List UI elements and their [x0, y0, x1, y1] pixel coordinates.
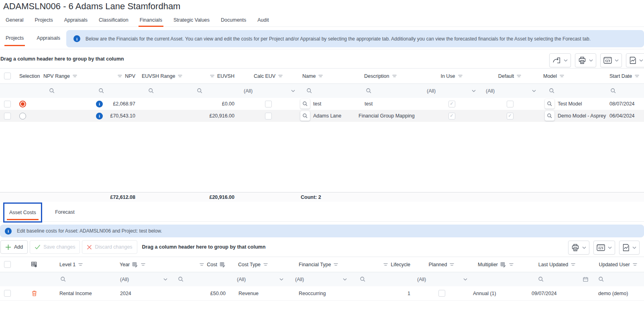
- col-model[interactable]: Model: [540, 69, 606, 84]
- row-checkbox[interactable]: [4, 113, 11, 119]
- col-npv-range[interactable]: NPV Range: [40, 69, 94, 84]
- planned-checkbox[interactable]: [438, 290, 445, 297]
- in-use-checkbox[interactable]: ✓: [448, 101, 455, 107]
- selection-radio[interactable]: [19, 101, 26, 107]
- chevron-down-icon[interactable]: [163, 278, 167, 281]
- col-updated-user[interactable]: Updated User: [592, 257, 644, 272]
- filter-default[interactable]: (All): [480, 84, 540, 98]
- export-chart-button[interactable]: [626, 53, 644, 67]
- grid-edit-icon[interactable]: [500, 262, 506, 267]
- grid-edit-icon[interactable]: [132, 262, 138, 267]
- default-checkbox[interactable]: [507, 101, 514, 107]
- col-year[interactable]: Year: [114, 257, 175, 272]
- npv-info-icon[interactable]: i: [96, 101, 103, 107]
- select-all-checkbox[interactable]: [4, 261, 11, 268]
- selection-radio[interactable]: [19, 113, 26, 119]
- subtab-appraisals[interactable]: Appraisals: [31, 28, 66, 48]
- tab-classification[interactable]: Classification: [93, 14, 134, 26]
- filter-icon[interactable]: [571, 263, 576, 266]
- filter-icon[interactable]: [392, 74, 397, 78]
- filter-icon[interactable]: [278, 74, 283, 78]
- subtab-projects[interactable]: Projects: [0, 28, 29, 48]
- col-description[interactable]: Description: [355, 69, 424, 84]
- filter-last-updated[interactable]: [522, 272, 592, 287]
- chevron-down-icon[interactable]: [472, 90, 476, 92]
- filter-icon[interactable]: [199, 263, 204, 266]
- chevron-down-icon[interactable]: [291, 90, 295, 92]
- col-cost-type[interactable]: Cost Type: [229, 257, 289, 272]
- col-npv[interactable]: NPV: [94, 69, 139, 84]
- filter-cost[interactable]: [175, 272, 229, 287]
- row-checkbox[interactable]: [4, 101, 11, 107]
- col-name[interactable]: Name: [299, 69, 355, 84]
- filter-icon[interactable]: [318, 74, 323, 78]
- filter-icon[interactable]: [383, 263, 388, 266]
- print-button[interactable]: [575, 53, 596, 67]
- filter-icon[interactable]: [458, 74, 463, 78]
- chevron-down-icon[interactable]: [615, 59, 619, 62]
- chevron-down-icon[interactable]: [632, 247, 636, 249]
- chevron-down-icon[interactable]: [582, 247, 586, 249]
- row-checkbox[interactable]: [4, 290, 11, 297]
- filter-cost-type[interactable]: (All): [229, 272, 289, 287]
- table-settings-icon[interactable]: [31, 261, 37, 267]
- table-row[interactable]: i£2,068.97 £0.00 test test ✓ Test Model …: [0, 98, 644, 110]
- tab-projects[interactable]: Projects: [29, 14, 58, 26]
- tab-appraisals[interactable]: Appraisals: [59, 14, 93, 26]
- model-lookup-button[interactable]: [545, 99, 554, 109]
- chevron-down-icon[interactable]: [532, 90, 536, 92]
- filter-icon[interactable]: [559, 74, 565, 78]
- select-all-checkbox[interactable]: [4, 73, 11, 79]
- filter-icon[interactable]: [263, 263, 268, 266]
- filter-npv[interactable]: [94, 84, 139, 98]
- export-button[interactable]: [549, 53, 571, 67]
- filter-level1[interactable]: [52, 272, 114, 287]
- col-multiplier[interactable]: Multiplier: [470, 257, 522, 272]
- export-chart-button[interactable]: [619, 241, 640, 255]
- col-start-date[interactable]: Start Date: [606, 69, 644, 84]
- tab-financials[interactable]: Financials: [134, 14, 168, 26]
- filter-lifecycle[interactable]: [349, 272, 414, 287]
- filter-calc-euv[interactable]: (All): [238, 84, 299, 98]
- chevron-down-icon[interactable]: [463, 278, 467, 281]
- col-planned[interactable]: Planned: [414, 257, 470, 272]
- col-level1[interactable]: Level 1: [52, 257, 114, 272]
- col-selection[interactable]: Selection: [16, 69, 40, 84]
- chevron-down-icon[interactable]: [279, 278, 283, 281]
- table-row[interactable]: Rental Income 2024 £50.00 Revenue Reoccu…: [0, 286, 644, 301]
- filter-model[interactable]: [540, 84, 606, 98]
- filter-icon[interactable]: [78, 263, 83, 266]
- filter-icon[interactable]: [177, 74, 183, 78]
- filter-financial-type[interactable]: (All): [289, 272, 349, 287]
- in-use-checkbox[interactable]: ✓: [448, 113, 455, 119]
- filter-icon[interactable]: [516, 74, 522, 78]
- chevron-down-icon[interactable]: [564, 59, 568, 62]
- tab-asset-costs[interactable]: Asset Costs: [3, 202, 42, 223]
- filter-multiplier[interactable]: [470, 272, 522, 287]
- add-button[interactable]: Add: [0, 240, 28, 254]
- chevron-down-icon[interactable]: [589, 59, 593, 62]
- filter-icon[interactable]: [449, 263, 454, 266]
- tab-forecast[interactable]: Forecast: [50, 202, 79, 221]
- filter-description[interactable]: [355, 84, 424, 98]
- filter-icon[interactable]: [333, 263, 338, 266]
- calc-euv-checkbox[interactable]: [265, 113, 272, 119]
- tab-strategic-values[interactable]: Strategic Values: [168, 14, 215, 26]
- tab-general[interactable]: General: [0, 14, 29, 26]
- filter-year[interactable]: (All): [114, 272, 175, 287]
- tab-documents[interactable]: Documents: [215, 14, 252, 26]
- filter-planned[interactable]: (All): [414, 272, 470, 287]
- filter-npv-range[interactable]: [40, 84, 94, 98]
- filter-euvsh[interactable]: [193, 84, 238, 98]
- chevron-down-icon[interactable]: [639, 59, 643, 62]
- filter-in-use[interactable]: (All): [424, 84, 480, 98]
- col-cost[interactable]: Cost: [175, 257, 229, 272]
- filter-updated-user[interactable]: [592, 272, 644, 287]
- delete-row-icon[interactable]: [32, 290, 37, 296]
- calendar-icon[interactable]: [583, 277, 588, 282]
- filter-euvsh-range[interactable]: [139, 84, 193, 98]
- col-financial-type[interactable]: Financial Type: [289, 257, 349, 272]
- print-button[interactable]: [568, 241, 589, 255]
- col-euvsh[interactable]: EUVSH: [193, 69, 238, 84]
- calc-euv-checkbox[interactable]: [265, 101, 272, 107]
